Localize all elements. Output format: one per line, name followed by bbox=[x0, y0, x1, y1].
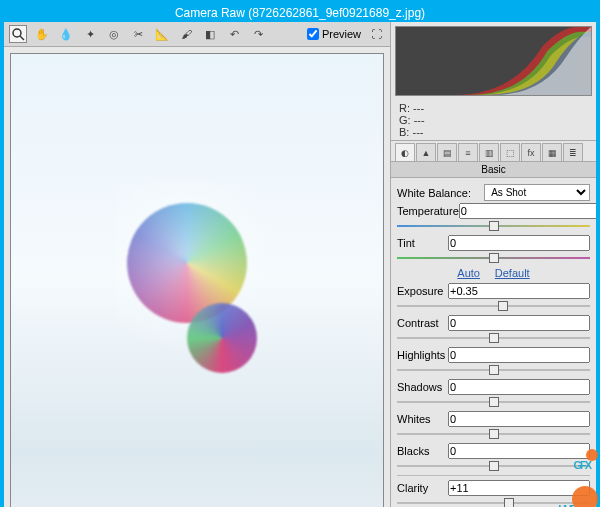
g-value: --- bbox=[414, 114, 425, 126]
hand-tool-icon[interactable]: ✋ bbox=[33, 25, 51, 43]
brush-tool-icon[interactable]: 🖌 bbox=[177, 25, 195, 43]
temperature-label: Temperature bbox=[397, 205, 459, 217]
content-area: ✋ 💧 ✦ ◎ ✂ 📐 🖌 ◧ ↶ ↷ Preview ⛶ bbox=[4, 22, 596, 507]
contrast-slider: Contrast bbox=[397, 315, 590, 343]
clarity-track[interactable] bbox=[397, 498, 590, 507]
preview-label: Preview bbox=[322, 28, 361, 40]
right-panel: R: --- G: --- B: --- ◐ ▲ ▤ ≡ ▥ ⬚ fx ▦ ≣ … bbox=[391, 22, 596, 507]
preview-checkbox[interactable] bbox=[307, 28, 319, 40]
gradient-tool-icon[interactable]: ◧ bbox=[201, 25, 219, 43]
clarity-label: Clarity bbox=[397, 482, 428, 494]
rotate-ccw-icon[interactable]: ↶ bbox=[225, 25, 243, 43]
clarity-slider: Clarity bbox=[397, 480, 590, 507]
exposure-value[interactable] bbox=[448, 283, 590, 299]
contrast-track[interactable] bbox=[397, 333, 590, 343]
image-preview[interactable] bbox=[10, 53, 384, 507]
adjustment-tabs: ◐ ▲ ▤ ≡ ▥ ⬚ fx ▦ ≣ bbox=[391, 141, 596, 162]
highlights-label: Highlights bbox=[397, 349, 445, 361]
color-sampler-tool-icon[interactable]: ✦ bbox=[81, 25, 99, 43]
temperature-value[interactable] bbox=[459, 203, 596, 219]
shadows-label: Shadows bbox=[397, 381, 442, 393]
tint-value[interactable] bbox=[448, 235, 590, 251]
targeted-adjust-tool-icon[interactable]: ◎ bbox=[105, 25, 123, 43]
svg-line-1 bbox=[20, 36, 24, 40]
svg-point-0 bbox=[13, 29, 21, 37]
blacks-value[interactable] bbox=[448, 443, 590, 459]
left-pane: ✋ 💧 ✦ ◎ ✂ 📐 🖌 ◧ ↶ ↷ Preview ⛶ bbox=[4, 22, 391, 507]
preview-subject bbox=[117, 183, 277, 423]
blacks-track[interactable] bbox=[397, 461, 590, 471]
blacks-label: Blacks bbox=[397, 445, 429, 457]
g-label: G: bbox=[399, 114, 411, 126]
straighten-tool-icon[interactable]: 📐 bbox=[153, 25, 171, 43]
highlights-value[interactable] bbox=[448, 347, 590, 363]
tab-detail[interactable]: ▤ bbox=[437, 143, 457, 161]
exposure-label: Exposure bbox=[397, 285, 443, 297]
tab-hsl[interactable]: ≡ bbox=[458, 143, 478, 161]
clarity-value[interactable] bbox=[448, 480, 590, 496]
preview-checkbox-wrap: Preview bbox=[307, 28, 361, 40]
separator bbox=[397, 475, 590, 476]
crop-tool-icon[interactable]: ✂ bbox=[129, 25, 147, 43]
highlights-slider: Highlights bbox=[397, 347, 590, 375]
rgb-readout: R: --- G: --- B: --- bbox=[391, 100, 596, 141]
whites-label: Whites bbox=[397, 413, 431, 425]
exposure-slider: Exposure bbox=[397, 283, 590, 311]
r-value: --- bbox=[413, 102, 424, 114]
r-label: R: bbox=[399, 102, 410, 114]
fullscreen-icon[interactable]: ⛶ bbox=[367, 25, 385, 43]
tint-track[interactable] bbox=[397, 253, 590, 263]
exposure-track[interactable] bbox=[397, 301, 590, 311]
tab-split-toning[interactable]: ▥ bbox=[479, 143, 499, 161]
white-balance-label: White Balance: bbox=[397, 187, 480, 199]
shadows-value[interactable] bbox=[448, 379, 590, 395]
temperature-slider: Temperature bbox=[397, 203, 590, 231]
whites-slider: Whites bbox=[397, 411, 590, 439]
zoom-tool-icon[interactable] bbox=[9, 25, 27, 43]
tint-slider: Tint bbox=[397, 235, 590, 263]
tint-label: Tint bbox=[397, 237, 415, 249]
toolbar: ✋ 💧 ✦ ◎ ✂ 📐 🖌 ◧ ↶ ↷ Preview ⛶ bbox=[4, 22, 390, 47]
default-link[interactable]: Default bbox=[495, 267, 530, 279]
tab-tone-curve[interactable]: ▲ bbox=[416, 143, 436, 161]
histogram bbox=[395, 26, 592, 96]
whites-track[interactable] bbox=[397, 429, 590, 439]
b-value: --- bbox=[412, 126, 423, 138]
shadows-slider: Shadows bbox=[397, 379, 590, 407]
blacks-slider: Blacks bbox=[397, 443, 590, 471]
white-balance-row: White Balance: As Shot bbox=[397, 184, 590, 201]
contrast-value[interactable] bbox=[448, 315, 590, 331]
basic-panel: White Balance: As Shot Temperature Tint … bbox=[391, 178, 596, 507]
white-balance-tool-icon[interactable]: 💧 bbox=[57, 25, 75, 43]
tab-lens[interactable]: ⬚ bbox=[500, 143, 520, 161]
contrast-label: Contrast bbox=[397, 317, 439, 329]
window-title: Camera Raw (8726262861_9ef0921689_z.jpg) bbox=[4, 4, 596, 22]
camera-raw-window: Camera Raw (8726262861_9ef0921689_z.jpg)… bbox=[4, 4, 596, 503]
rotate-cw-icon[interactable]: ↷ bbox=[249, 25, 267, 43]
tab-effects[interactable]: fx bbox=[521, 143, 541, 161]
auto-default-row: Auto Default bbox=[397, 267, 590, 279]
temperature-track[interactable] bbox=[397, 221, 590, 231]
panel-title: Basic bbox=[391, 162, 596, 178]
auto-link[interactable]: Auto bbox=[457, 267, 480, 279]
whites-value[interactable] bbox=[448, 411, 590, 427]
b-label: B: bbox=[399, 126, 409, 138]
tab-basic[interactable]: ◐ bbox=[395, 143, 415, 161]
tab-calibration[interactable]: ▦ bbox=[542, 143, 562, 161]
white-balance-select[interactable]: As Shot bbox=[484, 184, 590, 201]
highlights-track[interactable] bbox=[397, 365, 590, 375]
shadows-track[interactable] bbox=[397, 397, 590, 407]
tab-presets[interactable]: ≣ bbox=[563, 143, 583, 161]
